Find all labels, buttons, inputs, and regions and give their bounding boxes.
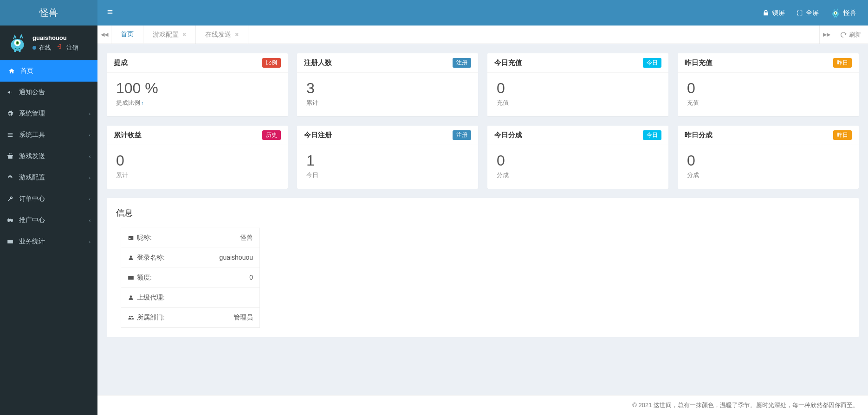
info-value: 管理员 — [233, 313, 253, 322]
refresh-icon — [840, 32, 847, 38]
tab-游戏配置[interactable]: 游戏配置✖ — [143, 26, 196, 44]
status-dot — [32, 46, 36, 50]
topbar-user[interactable]: 怪兽 — [830, 8, 856, 18]
card-subtitle: 累计 — [116, 171, 279, 179]
card-badge: 历史 — [262, 130, 281, 140]
nav-item-home[interactable]: 首页 — [0, 60, 97, 82]
topbar: 锁屏 全屏 怪兽 — [97, 0, 868, 26]
bars-icon — [7, 132, 15, 138]
card-subtitle: 今日 — [306, 171, 469, 179]
stat-card: 昨日充值昨日0充值 — [678, 53, 859, 116]
card-title: 累计收益 — [114, 131, 142, 140]
stat-card: 注册人数注册3累计 — [297, 53, 478, 116]
stat-card: 今日充值今日0充值 — [487, 53, 668, 116]
info-value: guaishouou — [220, 254, 253, 262]
nav-item-envelope[interactable]: 业务统计‹ — [0, 231, 97, 252]
info-value: 怪兽 — [240, 234, 253, 242]
user-o-icon — [128, 294, 134, 301]
card-value: 100 % — [116, 80, 279, 97]
lock-button[interactable]: 锁屏 — [763, 9, 785, 17]
card-title: 昨日充值 — [685, 58, 713, 67]
card-badge: 昨日 — [833, 58, 852, 68]
card-badge: 今日 — [643, 130, 661, 140]
logout-icon — [56, 43, 63, 51]
card-value: 0 — [497, 152, 659, 169]
info-row: 登录名称:guaishouou — [121, 248, 259, 268]
nav-item-handshake[interactable]: 推广中心‹ — [0, 210, 97, 231]
card-badge: 注册 — [453, 130, 471, 140]
card-title: 提成 — [114, 58, 128, 67]
stat-card: 今日分成今日0分成 — [487, 126, 668, 189]
tabs-bar: ◀◀ 首页游戏配置✖在线发送✖ ▶▶ 刷新 — [97, 26, 868, 44]
nav-menu: 首页通知公告系统管理‹系统工具‹游戏发送‹游戏配置‹订单中心‹推广中心‹业务统计… — [0, 60, 97, 252]
tabs-scroll-right[interactable]: ▶▶ — [819, 26, 833, 44]
nav-item-bullhorn[interactable]: 通知公告 — [0, 82, 97, 103]
card-title: 昨日分成 — [685, 131, 713, 140]
envelope-icon — [7, 238, 15, 245]
stat-card: 提成比例100 %提成比例↑ — [107, 53, 288, 116]
brand-text: 怪兽 — [39, 6, 58, 19]
chevron-left-icon: ‹ — [89, 239, 91, 244]
status-text: 在线 — [39, 44, 51, 51]
card-subtitle: 充值 — [497, 99, 659, 107]
tab-首页[interactable]: 首页 — [111, 26, 143, 44]
card-subtitle: 提成比例↑ — [116, 99, 279, 107]
footer: © 2021 这世间，总有一抹颜色，温暖了季节。愿时光深处，每一种欣然都因你而至… — [97, 395, 868, 415]
chevron-left-icon: ‹ — [89, 154, 91, 159]
user-panel: guaishouou 在线 注销 — [0, 26, 97, 60]
info-heading: 信息 — [116, 207, 849, 218]
gift-icon — [7, 153, 15, 160]
handshake-icon — [7, 217, 15, 223]
card-badge: 比例 — [262, 58, 281, 68]
nav-item-bars[interactable]: 系统工具‹ — [0, 124, 97, 146]
tabs-scroll-left[interactable]: ◀◀ — [97, 26, 111, 44]
card-subtitle: 充值 — [687, 99, 849, 107]
card-title: 今日分成 — [494, 131, 522, 140]
gear-icon — [7, 110, 15, 117]
card-value: 0 — [687, 152, 849, 169]
content-area: 提成比例100 %提成比例↑注册人数注册3累计今日充值今日0充值昨日充值昨日0充… — [97, 44, 868, 395]
dashboard-icon — [7, 174, 15, 181]
avatar-small — [830, 8, 841, 18]
nav-item-dashboard[interactable]: 游戏配置‹ — [0, 167, 97, 188]
close-icon[interactable]: ✖ — [182, 32, 186, 37]
card-value: 0 — [497, 80, 659, 97]
logout-link[interactable]: 注销 — [66, 44, 78, 51]
user-icon — [128, 255, 134, 261]
lock-icon — [763, 10, 769, 16]
card-title: 注册人数 — [304, 58, 332, 67]
hamburger-icon[interactable] — [104, 6, 116, 19]
card-subtitle: 累计 — [306, 99, 469, 107]
nav-item-gift[interactable]: 游戏发送‹ — [0, 146, 97, 167]
card-subtitle: 分成 — [497, 171, 659, 179]
arrow-up-icon: ↑ — [141, 100, 144, 106]
card-subtitle: 分成 — [687, 171, 849, 179]
card-value: 3 — [306, 80, 469, 97]
info-row: 所属部门:管理员 — [121, 308, 259, 327]
tab-在线发送[interactable]: 在线发送✖ — [196, 26, 248, 44]
refresh-button[interactable]: 刷新 — [833, 26, 868, 44]
card-value: 0 — [687, 80, 849, 97]
card-value: 1 — [306, 152, 469, 169]
stat-card: 累计收益历史0累计 — [107, 126, 288, 189]
card-title: 今日充值 — [494, 58, 522, 67]
id-card-icon — [128, 235, 134, 241]
card-badge: 今日 — [643, 58, 661, 68]
users-icon — [128, 314, 134, 321]
avatar — [7, 32, 28, 53]
bullhorn-icon — [7, 89, 15, 96]
info-row: 上级代理: — [121, 288, 259, 308]
nav-item-wrench[interactable]: 订单中心‹ — [0, 188, 97, 210]
close-icon[interactable]: ✖ — [235, 32, 239, 37]
expand-icon — [797, 10, 803, 16]
chevron-left-icon: ‹ — [89, 175, 91, 180]
info-table: 昵称:怪兽登录名称:guaishouou额度:0上级代理:所属部门:管理员 — [121, 228, 260, 328]
chevron-left-icon: ‹ — [89, 218, 91, 223]
card-badge: 昨日 — [833, 130, 852, 140]
chevron-left-icon: ‹ — [89, 111, 91, 116]
fullscreen-button[interactable]: 全屏 — [797, 9, 819, 17]
credit-icon — [128, 275, 134, 281]
home-icon — [8, 68, 17, 74]
nav-item-gear[interactable]: 系统管理‹ — [0, 103, 97, 124]
info-row: 额度:0 — [121, 268, 259, 288]
